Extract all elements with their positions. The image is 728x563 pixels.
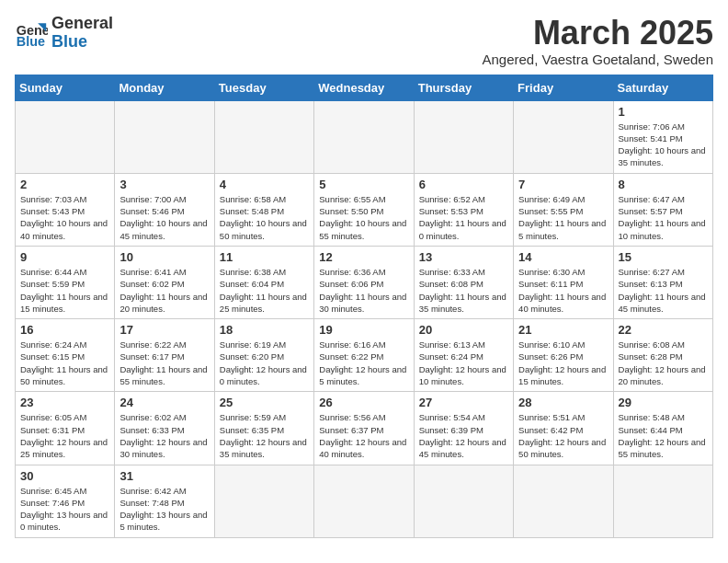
- day-number: 13: [419, 250, 508, 264]
- calendar-week-row: 2Sunrise: 7:03 AM Sunset: 5:43 PM Daylig…: [16, 173, 713, 246]
- logo: General Blue General Blue: [15, 15, 113, 52]
- calendar-cell: 16Sunrise: 6:24 AM Sunset: 6:15 PM Dayli…: [16, 319, 115, 392]
- calendar-week-row: 16Sunrise: 6:24 AM Sunset: 6:15 PM Dayli…: [16, 319, 713, 392]
- calendar-week-row: 23Sunrise: 6:05 AM Sunset: 6:31 PM Dayli…: [16, 392, 713, 465]
- calendar-cell: 27Sunrise: 5:54 AM Sunset: 6:39 PM Dayli…: [414, 392, 513, 465]
- day-info: Sunrise: 6:19 AM Sunset: 6:20 PM Dayligh…: [220, 339, 309, 387]
- calendar-cell: 25Sunrise: 5:59 AM Sunset: 6:35 PM Dayli…: [214, 392, 313, 465]
- day-info: Sunrise: 6:05 AM Sunset: 6:31 PM Dayligh…: [20, 411, 109, 460]
- calendar-cell: 17Sunrise: 6:22 AM Sunset: 6:17 PM Dayli…: [115, 319, 214, 392]
- page-header: General Blue General Blue March 2025 Ang…: [15, 15, 713, 67]
- day-info: Sunrise: 6:45 AM Sunset: 7:46 PM Dayligh…: [20, 485, 109, 534]
- calendar-cell: 20Sunrise: 6:13 AM Sunset: 6:24 PM Dayli…: [414, 319, 513, 392]
- col-header-thursday: Thursday: [414, 75, 513, 100]
- svg-text:Blue: Blue: [17, 34, 45, 49]
- day-number: 3: [119, 178, 209, 191]
- col-header-saturday: Saturday: [613, 75, 712, 100]
- day-info: Sunrise: 6:47 AM Sunset: 5:57 PM Dayligh…: [619, 193, 708, 242]
- day-info: Sunrise: 6:02 AM Sunset: 6:33 PM Dayligh…: [119, 411, 209, 460]
- calendar-cell: 13Sunrise: 6:33 AM Sunset: 6:08 PM Dayli…: [414, 246, 513, 318]
- calendar-cell: 8Sunrise: 6:47 AM Sunset: 5:57 PM Daylig…: [613, 173, 712, 246]
- calendar-cell: 31Sunrise: 6:42 AM Sunset: 7:48 PM Dayli…: [115, 465, 214, 537]
- day-number: 21: [518, 323, 608, 337]
- calendar-cell: 26Sunrise: 5:56 AM Sunset: 6:37 PM Dayli…: [314, 392, 414, 465]
- day-info: Sunrise: 6:08 AM Sunset: 6:28 PM Dayligh…: [619, 339, 708, 387]
- day-info: Sunrise: 5:54 AM Sunset: 6:39 PM Dayligh…: [419, 411, 508, 460]
- day-info: Sunrise: 6:36 AM Sunset: 6:06 PM Dayligh…: [319, 266, 408, 315]
- day-info: Sunrise: 6:44 AM Sunset: 5:59 PM Dayligh…: [20, 266, 109, 315]
- calendar-week-row: 30Sunrise: 6:45 AM Sunset: 7:46 PM Dayli…: [16, 465, 713, 537]
- day-info: Sunrise: 7:03 AM Sunset: 5:43 PM Dayligh…: [20, 193, 109, 242]
- calendar-cell: [214, 465, 313, 537]
- day-info: Sunrise: 5:48 AM Sunset: 6:44 PM Dayligh…: [619, 411, 708, 460]
- calendar-cell: 11Sunrise: 6:38 AM Sunset: 6:04 PM Dayli…: [214, 246, 313, 318]
- calendar-cell: 22Sunrise: 6:08 AM Sunset: 6:28 PM Dayli…: [613, 319, 712, 392]
- day-number: 19: [319, 323, 408, 337]
- calendar-cell: [613, 465, 712, 537]
- calendar-week-row: 9Sunrise: 6:44 AM Sunset: 5:59 PM Daylig…: [16, 246, 713, 318]
- calendar-cell: 1Sunrise: 7:06 AM Sunset: 5:41 PM Daylig…: [613, 100, 712, 173]
- day-info: Sunrise: 6:55 AM Sunset: 5:50 PM Dayligh…: [319, 193, 408, 242]
- calendar-cell: 29Sunrise: 5:48 AM Sunset: 6:44 PM Dayli…: [613, 392, 712, 465]
- calendar-cell: 7Sunrise: 6:49 AM Sunset: 5:55 PM Daylig…: [514, 173, 613, 246]
- calendar-cell: 18Sunrise: 6:19 AM Sunset: 6:20 PM Dayli…: [214, 319, 313, 392]
- calendar-cell: [514, 465, 613, 537]
- calendar-cell: [314, 100, 414, 173]
- logo-blue-text: Blue: [51, 33, 113, 52]
- day-number: 1: [619, 105, 708, 119]
- col-header-wednesday: Wednesday: [314, 75, 414, 100]
- title-area: March 2025 Angered, Vaestra Goetaland, S…: [482, 15, 713, 67]
- day-number: 12: [319, 250, 408, 264]
- day-info: Sunrise: 6:16 AM Sunset: 6:22 PM Dayligh…: [319, 339, 408, 387]
- day-info: Sunrise: 6:41 AM Sunset: 6:02 PM Dayligh…: [119, 266, 209, 315]
- day-info: Sunrise: 6:30 AM Sunset: 6:11 PM Dayligh…: [518, 266, 608, 315]
- day-info: Sunrise: 5:51 AM Sunset: 6:42 PM Dayligh…: [518, 411, 608, 460]
- day-number: 24: [119, 396, 209, 409]
- col-header-tuesday: Tuesday: [214, 75, 313, 100]
- day-number: 9: [20, 250, 109, 264]
- day-number: 31: [119, 469, 209, 483]
- calendar-cell: 2Sunrise: 7:03 AM Sunset: 5:43 PM Daylig…: [16, 173, 115, 246]
- day-info: Sunrise: 6:13 AM Sunset: 6:24 PM Dayligh…: [419, 339, 508, 387]
- day-number: 8: [619, 178, 708, 191]
- calendar-table: SundayMondayTuesdayWednesdayThursdayFrid…: [15, 75, 713, 538]
- day-number: 5: [319, 178, 408, 191]
- calendar-cell: [314, 465, 414, 537]
- day-number: 11: [220, 250, 309, 264]
- col-header-sunday: Sunday: [16, 75, 115, 100]
- calendar-cell: 23Sunrise: 6:05 AM Sunset: 6:31 PM Dayli…: [16, 392, 115, 465]
- day-info: Sunrise: 6:38 AM Sunset: 6:04 PM Dayligh…: [220, 266, 309, 315]
- day-info: Sunrise: 6:33 AM Sunset: 6:08 PM Dayligh…: [419, 266, 508, 315]
- day-number: 2: [20, 178, 109, 191]
- day-number: 30: [20, 469, 109, 483]
- calendar-cell: 24Sunrise: 6:02 AM Sunset: 6:33 PM Dayli…: [115, 392, 214, 465]
- day-number: 16: [20, 323, 109, 337]
- calendar-cell: 14Sunrise: 6:30 AM Sunset: 6:11 PM Dayli…: [514, 246, 613, 318]
- calendar-cell: 9Sunrise: 6:44 AM Sunset: 5:59 PM Daylig…: [16, 246, 115, 318]
- day-info: Sunrise: 7:00 AM Sunset: 5:46 PM Dayligh…: [119, 193, 209, 242]
- day-number: 23: [20, 396, 109, 409]
- col-header-friday: Friday: [514, 75, 613, 100]
- calendar-cell: [115, 100, 214, 173]
- day-info: Sunrise: 6:58 AM Sunset: 5:48 PM Dayligh…: [220, 193, 309, 242]
- day-number: 25: [220, 396, 309, 409]
- day-info: Sunrise: 6:22 AM Sunset: 6:17 PM Dayligh…: [119, 339, 209, 387]
- calendar-cell: 19Sunrise: 6:16 AM Sunset: 6:22 PM Dayli…: [314, 319, 414, 392]
- day-number: 29: [619, 396, 708, 409]
- month-title: March 2025: [482, 15, 713, 52]
- day-number: 28: [518, 396, 608, 409]
- calendar-cell: 5Sunrise: 6:55 AM Sunset: 5:50 PM Daylig…: [314, 173, 414, 246]
- day-number: 22: [619, 323, 708, 337]
- calendar-cell: [16, 100, 115, 173]
- calendar-cell: 21Sunrise: 6:10 AM Sunset: 6:26 PM Dayli…: [514, 319, 613, 392]
- calendar-cell: [414, 100, 513, 173]
- calendar-cell: 3Sunrise: 7:00 AM Sunset: 5:46 PM Daylig…: [115, 173, 214, 246]
- calendar-cell: 10Sunrise: 6:41 AM Sunset: 6:02 PM Dayli…: [115, 246, 214, 318]
- day-info: Sunrise: 6:42 AM Sunset: 7:48 PM Dayligh…: [119, 485, 209, 534]
- logo-icon: General Blue: [15, 17, 48, 50]
- day-number: 18: [220, 323, 309, 337]
- day-info: Sunrise: 5:56 AM Sunset: 6:37 PM Dayligh…: [319, 411, 408, 460]
- calendar-header-row: SundayMondayTuesdayWednesdayThursdayFrid…: [16, 75, 713, 100]
- calendar-cell: 4Sunrise: 6:58 AM Sunset: 5:48 PM Daylig…: [214, 173, 313, 246]
- day-number: 20: [419, 323, 508, 337]
